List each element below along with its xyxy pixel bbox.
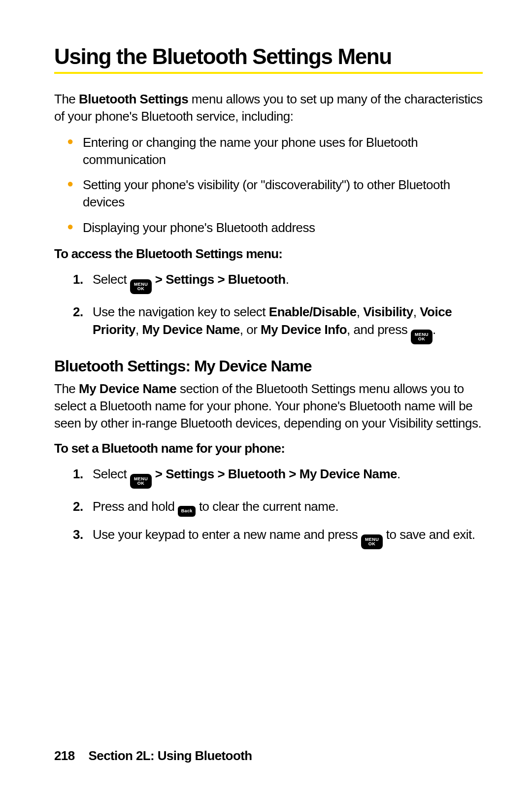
intro-paragraph: The Bluetooth Settings menu allows you t… — [54, 91, 483, 125]
bullet-item: Setting your phone's visibility (or "dis… — [83, 176, 483, 211]
lead-set-name: To set a Bluetooth name for your phone: — [54, 441, 483, 456]
page-title: Using the Bluetooth Settings Menu — [54, 44, 483, 69]
section-label: Section 2L: Using Bluetooth — [89, 748, 252, 763]
step-text: Use the navigation key to select — [93, 304, 269, 319]
step-text: . — [397, 466, 400, 481]
option-name: Enable/Disable — [269, 304, 357, 319]
page-footer: 218Section 2L: Using Bluetooth — [54, 748, 252, 764]
intro-pre: The — [54, 92, 79, 106]
option-name: My Device Info — [261, 322, 347, 337]
step-item: Press and hold Back to clear the current… — [93, 498, 483, 516]
intro-bold: Bluetooth Settings — [79, 92, 188, 106]
title-underline — [54, 72, 483, 74]
step-item: Use the navigation key to select Enable/… — [93, 303, 483, 344]
step-text: Select — [93, 466, 130, 481]
step-text: Use your keypad to enter a new name and … — [93, 527, 361, 542]
step-item: Select MENUOK > Settings > Bluetooth > M… — [93, 465, 483, 489]
menu-ok-key-icon: MENUOK — [130, 474, 152, 489]
option-name: My Device Name — [142, 322, 239, 337]
nav-path: > Settings > Bluetooth — [152, 272, 286, 287]
step-text: Select — [93, 272, 130, 287]
back-key-icon: Back — [178, 506, 196, 517]
device-name-paragraph: The My Device Name section of the Blueto… — [54, 380, 483, 432]
step-text: . — [286, 272, 289, 287]
option-name: Visibility — [363, 304, 413, 319]
page-number: 218 — [54, 748, 75, 763]
step-text: . — [432, 322, 436, 337]
manual-page: Using the Bluetooth Settings Menu The Bl… — [0, 0, 532, 798]
p2-pre: The — [54, 381, 79, 396]
step-text: Press and hold — [93, 499, 178, 514]
feature-bullets: Entering or changing the name your phone… — [54, 134, 483, 236]
step-text: to save and exit. — [383, 527, 475, 542]
p2-bold: My Device Name — [79, 381, 176, 396]
step-item: Use your keypad to enter a new name and … — [93, 526, 483, 549]
steps-set-name: Select MENUOK > Settings > Bluetooth > M… — [54, 465, 483, 549]
bullet-item: Displaying your phone's Bluetooth addres… — [83, 219, 483, 236]
menu-ok-key-icon: MENUOK — [411, 330, 432, 344]
bullet-item: Entering or changing the name your phone… — [83, 134, 483, 168]
menu-ok-key-icon: MENUOK — [130, 279, 152, 294]
subheading-device-name: Bluetooth Settings: My Device Name — [54, 357, 483, 375]
lead-access-menu: To access the Bluetooth Settings menu: — [54, 246, 483, 262]
menu-ok-key-icon: MENUOK — [361, 534, 383, 549]
nav-path: > Settings > Bluetooth > My Device Name — [152, 466, 397, 481]
steps-access-menu: Select MENUOK > Settings > Bluetooth. Us… — [54, 270, 483, 344]
step-item: Select MENUOK > Settings > Bluetooth. — [93, 270, 483, 294]
step-text: , and press — [347, 322, 411, 337]
step-text: to clear the current name. — [196, 499, 338, 514]
